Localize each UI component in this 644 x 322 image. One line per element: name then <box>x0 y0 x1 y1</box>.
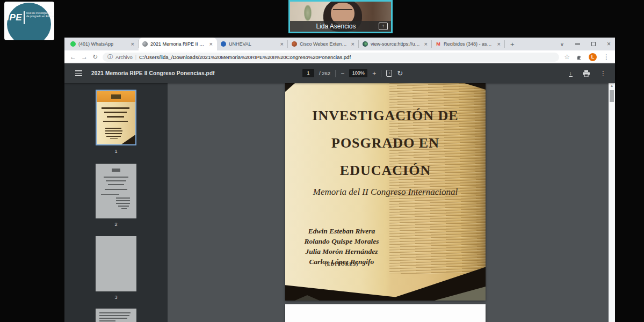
tab-view-source[interactable]: view-source:https://unhev × <box>359 38 432 50</box>
cover-author: Julia Morón Hernández <box>285 246 398 257</box>
url-text: C:/Users/lida_/Downloads/2021%20Memoria%… <box>139 54 351 60</box>
cover-subtitle: Memoria del II Congreso Internacional <box>285 187 486 197</box>
tab-webex[interactable]: Cisco Webex Extension - C × <box>288 38 359 50</box>
ripe-logo-word: RIPE <box>4 11 25 24</box>
screen-share-background: RIPE Red de Investigación de posgrado en… <box>0 0 644 322</box>
window-controls: ∨ × <box>560 38 611 50</box>
main-scrollbar[interactable]: ▴ <box>609 83 615 322</box>
pdf-page-controls: 1 / 262 − 100% + ↕ ↻ <box>302 69 403 77</box>
tab-unheval[interactable]: UNHEVAL × <box>217 38 288 50</box>
cover-title-line3: EDUCACIÓN <box>285 163 486 179</box>
toolbar-divider <box>335 70 336 77</box>
thumb1-header-band <box>97 91 135 102</box>
pdf-toolbar: 2021 Memoria RIPE II Congreso Ponencias.… <box>64 63 615 83</box>
ripe-logo-tagline: Red de Investigación de posgrado en Educ… <box>26 11 54 18</box>
tab-close-icon[interactable]: × <box>497 41 501 47</box>
thumbnail-page-4[interactable] <box>96 309 136 322</box>
webex-favicon <box>292 41 297 47</box>
toolbar-divider <box>381 70 381 77</box>
share-screen-icon[interactable]: ↑ <box>379 23 388 30</box>
pdf-document-title: 2021 Memoria RIPE II Congreso Ponencias.… <box>91 70 215 76</box>
thumbnail-page-1-selected[interactable] <box>96 90 136 145</box>
tab-close-icon[interactable]: × <box>351 41 355 47</box>
thumbnail-label-3: 3 <box>96 295 136 300</box>
omnibox-separator: | <box>135 54 136 60</box>
tab-whatsapp[interactable]: (401) WhatsApp × <box>67 38 139 50</box>
tab-strip: (401) WhatsApp × 2021 Memoria RIPE II Co… <box>64 38 615 50</box>
pdf-page-2 <box>285 304 486 322</box>
thumbnail-label-2: 2 <box>96 222 136 227</box>
browser-window: (401) WhatsApp × 2021 Memoria RIPE II Co… <box>64 38 615 322</box>
webcam-video-tile[interactable]: Lida Asencios ↑ <box>288 0 393 33</box>
webcam-person-glasses <box>333 9 352 13</box>
minimize-button[interactable] <box>575 43 580 45</box>
tab-search-chevron-icon[interactable]: ∨ <box>560 41 564 47</box>
browser-menu-dots-icon[interactable]: ⋮ <box>603 54 610 60</box>
reload-icon[interactable]: ↻ <box>92 54 98 60</box>
maximize-button[interactable] <box>591 42 596 46</box>
cover-editors-label: (EDITORES) <box>285 261 398 267</box>
main-scrollbar-thumb[interactable] <box>610 90 614 102</box>
fit-to-page-icon[interactable]: ↕ <box>386 70 392 77</box>
pdf-content-area: 1 2 3 <box>64 83 615 322</box>
scheme-label: Archivo <box>115 54 133 60</box>
tab-close-icon[interactable]: × <box>280 41 284 47</box>
tab-pdf-active[interactable]: 2021 Memoria RIPE II Cong × <box>139 38 217 50</box>
ripe-logo: RIPE Red de Investigación de posgrado en… <box>4 2 54 40</box>
bookmark-star-icon[interactable]: ☆ <box>564 54 570 60</box>
cover-title-line1: INVESTIGACIÓN DE <box>285 108 486 124</box>
download-icon[interactable]: ↓ <box>569 70 573 77</box>
back-icon[interactable]: ← <box>70 54 76 60</box>
thumbnail-page-3[interactable] <box>96 236 136 291</box>
tab-close-icon[interactable]: × <box>424 41 428 47</box>
pdf-page-view: INVESTIGACIÓN DE POSGRADO EN EDUCACIÓN M… <box>168 83 615 322</box>
thumbnail-page-2[interactable] <box>96 164 136 218</box>
pdf-toolbar-actions: ↓ ⋮ <box>569 70 607 77</box>
tab-close-icon[interactable]: × <box>131 41 135 47</box>
rotate-icon[interactable]: ↻ <box>397 70 403 77</box>
unheval-favicon <box>221 41 226 47</box>
url-omnibox[interactable]: ⓘ Archivo | C:/Users/lida_/Downloads/202… <box>103 53 559 62</box>
pdf-page-1-cover: INVESTIGACIÓN DE POSGRADO EN EDUCACIÓN M… <box>285 83 486 301</box>
forward-icon[interactable]: → <box>81 54 88 60</box>
pdf-document-favicon <box>142 41 148 47</box>
main-scroll-up-icon[interactable]: ▴ <box>609 83 615 89</box>
info-icon[interactable]: ⓘ <box>107 53 113 61</box>
close-window-button[interactable]: × <box>607 40 611 48</box>
page-number-input[interactable]: 1 <box>302 69 314 77</box>
webcam-plant <box>304 5 312 21</box>
zoom-out-button[interactable]: − <box>341 70 344 77</box>
gmail-favicon: M <box>436 41 441 47</box>
ripe-logo-circle: RIPE Red de Investigación de posgrado en… <box>7 3 51 40</box>
whatsapp-favicon <box>70 41 76 47</box>
extensions-puzzle-icon[interactable] <box>576 54 582 60</box>
pdf-thumbnail-sidebar: 1 2 3 <box>64 83 168 322</box>
tab-close-icon[interactable]: × <box>209 41 213 47</box>
address-bar: ← → ↻ ⓘ Archivo | C:/Users/lida_/Downloa… <box>64 50 615 63</box>
cover-authors: Edwin Esteban Rivera Rolando Quispe Mora… <box>285 226 398 267</box>
cover-author: Edwin Esteban Rivera <box>285 226 398 236</box>
pdf-menu-hamburger-icon[interactable] <box>75 70 82 76</box>
view-source-favicon <box>363 41 368 47</box>
address-bar-actions: ☆ L ⋮ <box>564 53 610 61</box>
cover-title-line2: POSGRADO EN <box>285 135 486 151</box>
new-tab-button[interactable]: + <box>510 40 515 48</box>
zoom-in-button[interactable]: + <box>372 70 376 77</box>
photo-background-corner <box>285 83 295 92</box>
print-icon[interactable] <box>583 70 590 77</box>
zoom-level-input[interactable]: 100% <box>349 69 367 77</box>
cover-author: Rolando Quispe Morales <box>285 236 398 246</box>
thumbnail-label-1: 1 <box>96 149 136 154</box>
thumb1-cover-body <box>97 102 135 144</box>
tab-gmail[interactable]: M Recibidos (348) - asetru.20 × <box>432 38 505 50</box>
profile-avatar[interactable]: L <box>589 53 597 61</box>
page-total-label: / 262 <box>319 70 330 76</box>
participant-name: Lida Asencios <box>293 23 379 30</box>
webcam-name-bar: Lida Asencios ↑ <box>290 21 391 32</box>
pdf-more-options-icon[interactable]: ⋮ <box>600 70 606 77</box>
